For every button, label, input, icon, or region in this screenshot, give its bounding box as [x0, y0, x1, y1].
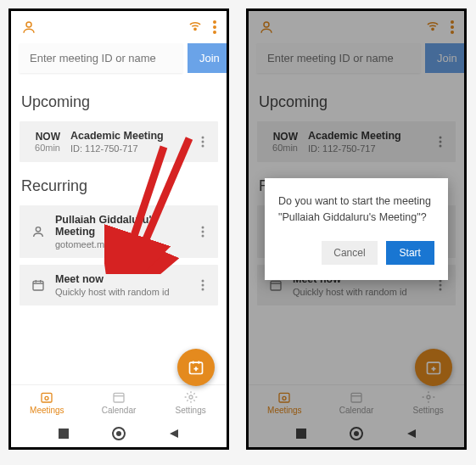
- svg-point-6: [202, 141, 204, 143]
- svg-point-8: [36, 227, 40, 232]
- svg-point-20: [189, 395, 193, 399]
- back-icon[interactable]: [168, 428, 180, 440]
- upcoming-meeting-card[interactable]: NOW 60min Academic Meeting ID: 112-750-7…: [20, 121, 218, 162]
- now-label: NOW: [26, 131, 60, 143]
- tab-meetings[interactable]: Meetings: [11, 385, 83, 420]
- recurring-meeting-card[interactable]: Pullaiah Giddaluru's Meeting gotomeet.me…: [20, 205, 218, 258]
- topbar: [11, 11, 227, 43]
- svg-point-14: [202, 284, 204, 287]
- svg-point-13: [202, 280, 204, 283]
- gear-icon: [183, 390, 199, 404]
- svg-point-7: [202, 145, 204, 148]
- tab-label: Settings: [154, 406, 227, 415]
- svg-point-15: [202, 289, 204, 291]
- meet-now-sub: Quickly host with random id: [55, 287, 189, 297]
- tab-label: Meetings: [11, 406, 83, 415]
- tab-calendar[interactable]: Calendar: [83, 385, 155, 420]
- meeting-title: Academic Meeting: [70, 130, 189, 142]
- screenshot-right: Join Upcoming NOW60min Academic MeetingI…: [246, 8, 467, 450]
- svg-point-1: [194, 28, 196, 30]
- svg-rect-21: [59, 429, 69, 439]
- profile-icon[interactable]: [21, 20, 36, 35]
- svg-point-18: [45, 396, 48, 400]
- card-more-icon[interactable]: [194, 226, 211, 238]
- cancel-button[interactable]: Cancel: [322, 241, 377, 265]
- join-button[interactable]: Join: [188, 43, 229, 73]
- screenshot-left: Join Upcoming NOW 60min Academic Meeting…: [8, 8, 229, 450]
- calendar-tab-icon: [111, 390, 126, 404]
- cast-icon[interactable]: [188, 20, 203, 35]
- calendar-icon: [31, 278, 45, 292]
- svg-rect-12: [33, 281, 43, 290]
- meeting-id: ID: 112-750-717: [70, 143, 189, 154]
- svg-point-11: [202, 235, 204, 238]
- meet-now-card[interactable]: Meet now Quickly host with random id: [20, 265, 218, 305]
- recurring-sub: gotomeet.me/PGiddaluru: [55, 239, 189, 249]
- svg-rect-19: [114, 393, 124, 402]
- meet-now-title: Meet now: [55, 273, 189, 285]
- person-icon: [31, 225, 45, 238]
- svg-point-2: [213, 20, 216, 24]
- android-nav: [11, 420, 227, 447]
- recent-apps-icon[interactable]: [58, 428, 70, 440]
- svg-point-3: [213, 25, 216, 29]
- home-icon[interactable]: [112, 427, 126, 440]
- tab-settings[interactable]: Settings: [154, 385, 227, 420]
- card-more-icon[interactable]: [194, 279, 211, 291]
- recurring-heading: Recurring: [11, 165, 227, 202]
- start-button[interactable]: Start: [386, 241, 434, 265]
- dialog-line1: Do you want to start the meeting: [278, 193, 434, 210]
- meeting-id-input[interactable]: [20, 43, 182, 73]
- dialog-line2: "Pullaiah Giddaluru's Meeting"?: [278, 210, 434, 226]
- tab-label: Calendar: [83, 406, 155, 415]
- svg-point-0: [26, 22, 31, 27]
- svg-rect-17: [42, 393, 52, 402]
- meetings-icon: [39, 390, 54, 404]
- modal-overlay[interactable]: Do you want to start the meeting "Pullai…: [249, 11, 464, 447]
- start-meeting-dialog: Do you want to start the meeting "Pullai…: [265, 178, 448, 280]
- recurring-title: Pullaiah Giddaluru's Meeting: [55, 214, 189, 238]
- duration-label: 60min: [26, 143, 60, 153]
- card-more-icon[interactable]: [194, 136, 211, 148]
- new-meeting-fab[interactable]: [177, 349, 215, 386]
- svg-point-9: [202, 227, 204, 229]
- upcoming-heading: Upcoming: [11, 81, 227, 118]
- bottom-tabs: Meetings Calendar Settings: [11, 384, 227, 420]
- svg-point-4: [213, 31, 216, 34]
- svg-point-23: [116, 431, 121, 436]
- join-row: Join: [11, 43, 227, 81]
- svg-point-5: [202, 137, 204, 139]
- svg-point-10: [202, 231, 204, 233]
- more-vert-icon[interactable]: [213, 20, 216, 34]
